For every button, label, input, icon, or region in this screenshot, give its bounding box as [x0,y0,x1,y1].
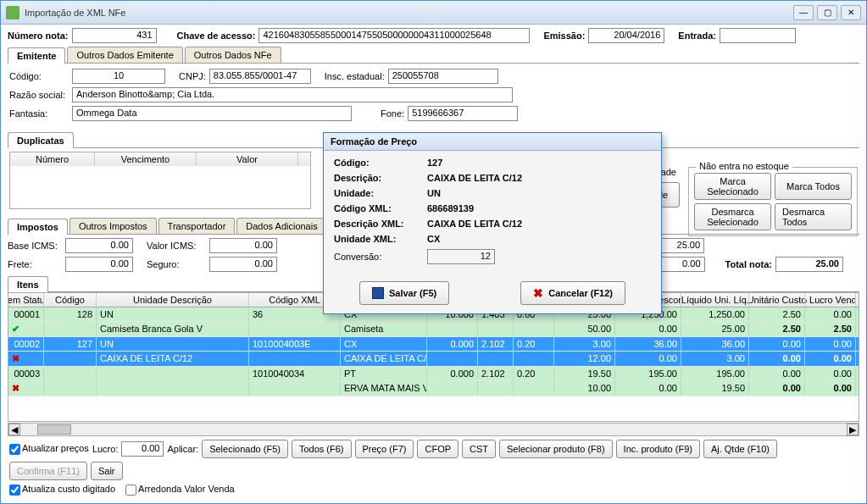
cancel-icon: ✖ [533,286,543,300]
preco-button[interactable]: Preço (F7) [355,440,414,458]
insc-label: Insc. estadual: [325,71,385,81]
table-row[interactable]: 00002127UN1010004003ECX0.0002.1020.203.0… [8,337,859,352]
marca-todos-button[interactable]: Marca Todos [775,173,852,200]
desmarca-sel-button[interactable]: Desmarca Selecionado [694,203,771,230]
frete-field[interactable]: 0.00 [65,257,133,272]
scroll-left-icon[interactable]: ◀ [8,424,20,435]
lucro-label: Lucro: [92,444,119,454]
x-icon: ✖ [12,383,19,393]
dup-col-valor: Valor [197,152,298,166]
dlg-unidade-xml: CX [427,234,440,244]
app-icon [6,6,19,19]
inc-produto-button[interactable]: Inc. produto (F9) [616,440,700,458]
numero-nota-field[interactable]: 431 [72,28,157,43]
dialog-cancel-button[interactable]: ✖Cancelar (F12) [520,281,625,305]
base-icms-field[interactable]: 0.00 [65,238,133,253]
tab-outros-nfe[interactable]: Outros Dados NFe [185,47,281,63]
valor-icms-field[interactable]: 0.00 [209,238,277,253]
dlg-codigo: 127 [427,158,442,168]
insc-field[interactable]: 250055708 [388,69,498,84]
tab-impostos[interactable]: Impostos [8,219,68,235]
frete-label: Frete: [8,259,62,269]
tab-dados-adicionais[interactable]: Dados Adicionais [236,218,326,234]
x-icon: ✖ [12,353,19,363]
emissao-field[interactable]: 20/04/2016 [588,28,664,43]
cfop-button[interactable]: CFOP [417,440,459,458]
tab-outros-impostos[interactable]: Outros Impostos [69,218,157,234]
entrada-field[interactable] [720,28,796,43]
dialog-title: Formação de Preço [324,133,661,151]
valor-icms-label: Valor ICMS: [147,241,206,251]
maximize-button[interactable]: ▢ [817,5,837,20]
minimize-button[interactable]: — [793,5,814,20]
check-icon: ✔ [12,324,19,334]
tab-itens[interactable]: Itens [8,276,48,292]
table-row[interactable]: ✖CAIXA DE LEITA C/12CAIXA DE LEITA C/121… [8,352,859,367]
marca-sel-button[interactable]: Marca Selecionado [694,173,771,200]
scroll-right-icon[interactable]: ▶ [847,424,859,435]
tab-duplicatas[interactable]: Duplicatas [8,132,74,148]
dlg-descricao: CAIXA DE LEITA C/12 [427,173,522,183]
codigo-field[interactable]: 10 [72,69,165,84]
main-tabs: Emitente Outros Dados Emitente Outros Da… [8,47,859,64]
fone-label: Fone: [381,108,404,119]
sair-button[interactable]: Sair [91,462,123,480]
atualizar-precos-check[interactable]: Atualizar preços [9,443,89,455]
seguro-label: Seguro: [147,259,206,269]
selecionar-produto-button[interactable]: Selecionar produto (F8) [499,440,613,458]
estoque-legend: Não entra no estoque [696,161,792,171]
estoque-box: Não entra no estoque Marca Selecionado M… [688,167,858,236]
dlg-conversao-field[interactable]: 12 [427,249,495,264]
dup-col-numero: Número [10,152,95,166]
atualiza-custo-check[interactable]: Atualiza custo digitado [9,484,115,496]
close-button[interactable]: ✕ [841,5,861,20]
dlg-descricao-xml: CAIXA DE LEITA C/12 [427,219,522,229]
emissao-label: Emissão: [543,30,585,41]
numero-nota-label: Número nota: [8,30,69,41]
lucro-field[interactable]: 0.00 [121,441,164,457]
chave-field[interactable]: 4216048305585500014755050000000431100002… [258,28,530,43]
desmarca-todos-button[interactable]: Desmarca Todos [775,203,852,230]
aplicar-label: Aplicar: [167,444,198,454]
confirma-button[interactable]: Confirma (F11) [9,462,87,480]
fone-field[interactable]: 5199666367 [408,106,518,121]
chave-label: Chave de acesso: [177,30,256,41]
selecionado-button[interactable]: Selecionado (F5) [202,440,288,458]
todos-button[interactable]: Todos (F6) [292,440,352,458]
dup-col-venc: Vencimento [95,152,197,166]
aj-qtde-button[interactable]: Aj. Qtde (F10) [703,440,777,458]
arredonda-check[interactable]: Arredonda Valor Venda [125,484,235,496]
cnpj-label: CNPJ: [179,71,206,81]
cnpj-field[interactable]: 83.055.855/0001-47 [209,69,311,84]
total-label: Total nota: [725,259,772,269]
grid-scrollbar[interactable]: ◀ ▶ [8,423,859,436]
fantasia-field[interactable]: Ommega Data [72,106,352,121]
table-row[interactable]: ✔Camiseta Branca Gola VCamiseta50.000.00… [8,322,859,337]
formacao-preco-dialog: Formação de Preço Código:127 Descrição:C… [323,132,662,314]
scroll-thumb[interactable] [37,424,71,435]
tab-outros-emitente[interactable]: Outros Dados Emitente [67,47,182,63]
fantasia-label: Fantasia: [9,108,69,119]
razao-field[interactable]: Anderson Binotto&amp; Cia Ltda. [72,87,513,102]
codigo-label: Código: [9,71,69,81]
footer: Atualizar preços Lucro: 0.00 Aplicar: Se… [8,436,859,484]
cst-button[interactable]: CST [462,440,496,458]
table-row[interactable]: 000031010040034PT0.0002.1020.2019.50195.… [8,367,859,381]
main-window: Importação de XML NFe — ▢ ✕ Número nota:… [0,0,867,504]
tab-emitente[interactable]: Emitente [8,47,65,64]
entrada-label: Entrada: [678,30,716,41]
titlebar: Importação de XML NFe — ▢ ✕ [1,1,866,25]
window-title: Importação de XML NFe [25,8,793,18]
base-icms-label: Base ICMS: [8,241,62,251]
dialog-save-button[interactable]: Salvar (F5) [359,281,449,305]
itens-grid[interactable]: 00001128UN36CX10.0001.4030.6025.001,250.… [8,307,859,396]
duplicatas-table: Número Vencimento Valor [9,152,311,209]
table-row[interactable]: ✖ERVA MATA MAIS VERDE10.000.0019.500.000… [8,381,859,396]
save-icon [372,287,384,299]
dlg-unidade: UN [427,188,441,198]
dlg-codigo-xml: 686689139 [427,203,474,213]
razao-label: Razão social: [9,90,69,100]
tab-transportador[interactable]: Transportador [158,218,236,234]
total-field: 25.00 [775,257,843,272]
seguro-field[interactable]: 0.00 [209,257,277,272]
